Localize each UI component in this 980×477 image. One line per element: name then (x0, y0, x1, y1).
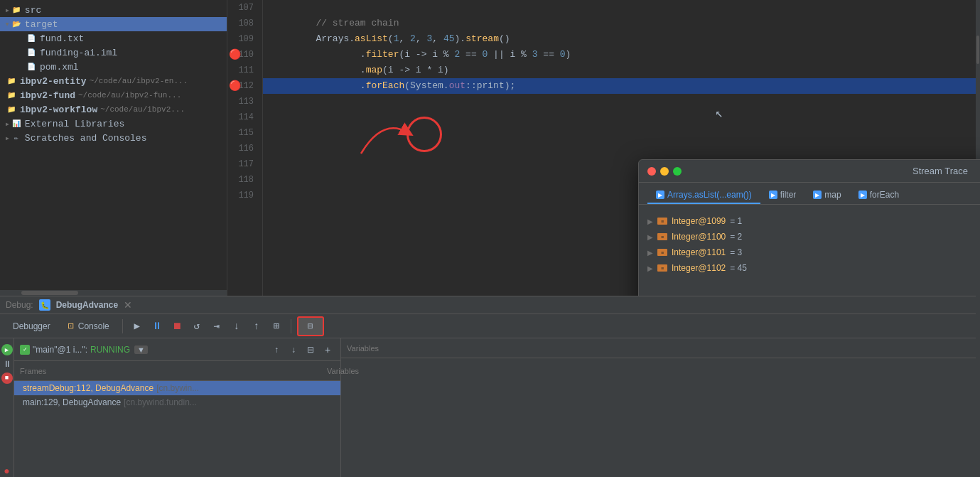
folder-icon: 📁 (11, 4, 22, 16)
filter-btn[interactable]: ⊟ (303, 343, 318, 357)
tab-foreach[interactable]: ▶ forEach (850, 187, 908, 204)
code-line-109: Arrays.asList(1, 2, 3, 45).stream() (263, 31, 980, 47)
popup-item-3[interactable]: ▶ ≡ Integer@1101 = 3 (647, 245, 980, 260)
tree-item-ibpv2-fund[interactable]: 📁 ibpv2-fund ~/code/au/ibpv2-fun... (0, 88, 227, 102)
sidebar-scrollbar-thumb (21, 291, 78, 295)
line-109: 109 (227, 31, 257, 47)
tree-item-label: pom.xml (40, 62, 79, 73)
tree-item-label: funding-ai.iml (40, 48, 117, 58)
line-119: 119 (227, 188, 257, 203)
tree-item-dim: ~/code/au/ibpv2-en... (90, 77, 188, 85)
close-debug-button[interactable]: ✕ (124, 299, 132, 311)
step-over[interactable]: ⇥ (208, 318, 225, 335)
popup-item-list: ▶ ≡ Integer@1099 = 1 ▶ ≡ Integer@1100 = … (639, 210, 980, 296)
thread-dropdown[interactable]: ▼ (134, 345, 148, 354)
line-112: 🔴 112 (227, 78, 257, 94)
tree-item-ibpv2-entity[interactable]: 📁 ibpv2-entity ~/code/au/ibpv2-en... (0, 74, 227, 88)
stop-btn-side[interactable]: ■ (1, 373, 13, 384)
item-value-3: = 3 (730, 247, 742, 257)
scratches-icon: ✏️ (11, 132, 22, 144)
file-icon: 📄 (26, 33, 37, 44)
tab-console[interactable]: ⊡ Console (60, 319, 117, 333)
frames-scrollbar[interactable] (976, 338, 980, 477)
tree-item-label: Scratches and Consoles (25, 133, 147, 144)
tree-item-target[interactable]: ▶ 📂 target (0, 17, 227, 31)
tab-map[interactable]: ▶ map (804, 187, 849, 204)
frame-name-0: streamDebug:112, DebugAdvance (23, 383, 154, 393)
sidebar-scrollbar[interactable] (0, 290, 227, 296)
minimize-button[interactable] (660, 167, 669, 176)
tab-filter[interactable]: ▶ filter (760, 187, 805, 204)
item-label-2: Integer@1100 (672, 232, 726, 242)
popup-item-4[interactable]: ▶ ≡ Integer@1102 = 45 (647, 260, 980, 276)
tree-item-funding-iml[interactable]: 📄 funding-ai.iml (0, 45, 227, 60)
tab-arrays-aslist[interactable]: ▶ Arrays.asList(...eam()) (647, 187, 760, 204)
tree-item-scratches[interactable]: ▶ ✏️ Scratches and Consoles (0, 131, 227, 145)
item-value-4: = 45 (730, 263, 747, 273)
frame-item-1[interactable]: main:129, DebugAdvance [cn.bywind.fundin… (14, 395, 340, 409)
frame-item-0[interactable]: streamDebug:112, DebugAdvance [cn.bywin.… (14, 381, 340, 395)
line-113: 113 (227, 94, 257, 109)
line-117: 117 (227, 156, 257, 172)
popup-titlebar: Stream Trace (639, 160, 980, 183)
stream-icon: ⊟ (308, 321, 313, 332)
red-circle-annotation (406, 117, 442, 152)
popup-title: Stream Trace (690, 166, 980, 176)
tab-label-2: filter (780, 190, 797, 200)
tree-item-label: target (25, 19, 58, 30)
run-to-cursor[interactable]: ⊞ (268, 318, 285, 335)
line-116: 116 (227, 141, 257, 156)
arrow-icon: ▶ (6, 7, 9, 14)
code-line-111: .map(i -> i * i) (263, 63, 980, 78)
line-114: 114 (227, 109, 257, 125)
traffic-lights (647, 167, 682, 176)
tree-item-ibpv2-workflow[interactable]: 📁 ibpv2-workflow ~/code/au/ibpv2... (0, 102, 227, 117)
thread-selector[interactable]: ✓ "main"@1 i...": RUNNING ▼ ↑ ↓ ⊟ + (14, 338, 340, 361)
module-icon2: 📁 (6, 90, 17, 101)
step-out[interactable]: ↑ (248, 318, 265, 335)
nav-down[interactable]: ↓ (286, 343, 301, 357)
tree-item-fund-txt[interactable]: 📄 fund.txt (0, 31, 227, 45)
tree-item-label: ibpv2-entity (20, 76, 87, 87)
play-resume-btn[interactable]: ▶ (1, 344, 13, 355)
tree-item-external-libs[interactable]: ▶ 📊 External Libraries (0, 117, 227, 131)
line-108: 108 (227, 16, 257, 31)
tree-item-dim: ~/code/au/ibpv2-fun... (78, 91, 181, 100)
popup-item-2[interactable]: ▶ ≡ Integer@1100 = 2 (647, 229, 980, 245)
close-button[interactable] (647, 167, 656, 176)
pause-button[interactable]: ⏸ (149, 318, 166, 335)
tree-item-label: src (25, 5, 41, 16)
play-icon-2: ▶ (769, 191, 777, 199)
expand-arrow-2: ▶ (647, 233, 653, 241)
tab-debugger[interactable]: Debugger (6, 319, 58, 333)
tree-item-label: ibpv2-workflow (20, 104, 97, 115)
restart-button[interactable]: ↺ (188, 318, 205, 335)
item-label-4: Integer@1102 (672, 263, 726, 273)
tree-item-src[interactable]: ▶ 📁 src (0, 3, 227, 17)
variables-header: Variables (341, 338, 980, 358)
module-icon: 📁 (6, 75, 17, 87)
add-btn[interactable]: + (321, 343, 335, 357)
tree-item-pom-xml[interactable]: 📄 pom.xml (0, 60, 227, 74)
frame-loc-1: [cn.bywind.fundin... (124, 397, 197, 407)
debug-session-title: DebugAdvance (56, 300, 118, 310)
expand-arrow-4: ▶ (647, 264, 653, 272)
step-into[interactable]: ↓ (228, 318, 245, 335)
nav-up[interactable]: ↑ (269, 343, 284, 357)
tree-item-dim: ~/code/au/ibpv2... (100, 105, 185, 114)
module-icon3: 📁 (6, 104, 17, 115)
toolbar-separator-1 (122, 319, 123, 333)
maximize-button[interactable] (673, 167, 682, 176)
popup-item-1[interactable]: ▶ ≡ Integer@1099 = 1 (647, 213, 980, 229)
stream-trace-popup: Stream Trace ▶ Arrays.asList(...eam()) ▶… (638, 159, 980, 296)
left-action-bar: ▶ ⏸ ■ ● (0, 338, 14, 477)
pause-btn-side[interactable]: ⏸ (1, 358, 13, 370)
variables-label-right: Variables (347, 344, 379, 353)
stream-debugger-button[interactable]: ⊟ (297, 316, 324, 336)
play-icon: ▶ (656, 191, 664, 199)
file-tree-sidebar: ▶ 📁 src ▶ 📂 target 📄 fund.txt 📄 funding-… (0, 0, 227, 296)
line-107: 107 (227, 0, 257, 16)
error-btn-side[interactable]: ● (1, 466, 13, 477)
stop-button[interactable]: ⏹ (168, 318, 185, 335)
resume-button[interactable]: ▶ (129, 318, 146, 335)
